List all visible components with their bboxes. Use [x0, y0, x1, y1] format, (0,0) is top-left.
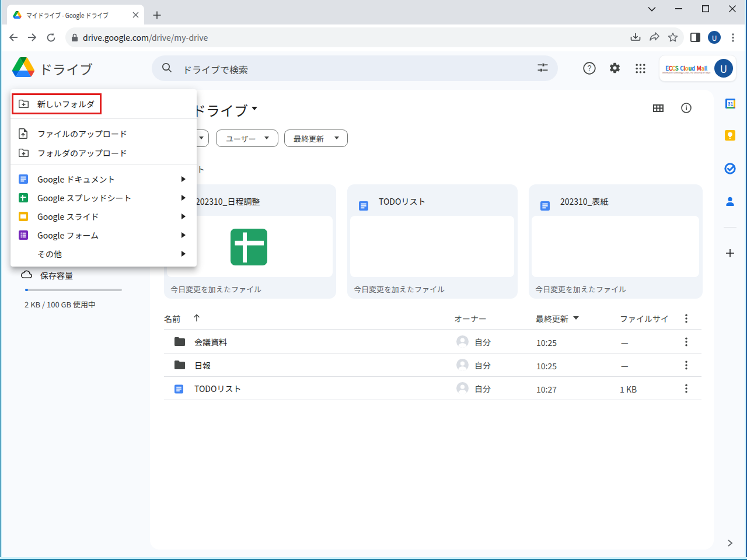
svg-text:?: ?	[588, 62, 592, 73]
svg-text:31: 31	[728, 101, 734, 107]
